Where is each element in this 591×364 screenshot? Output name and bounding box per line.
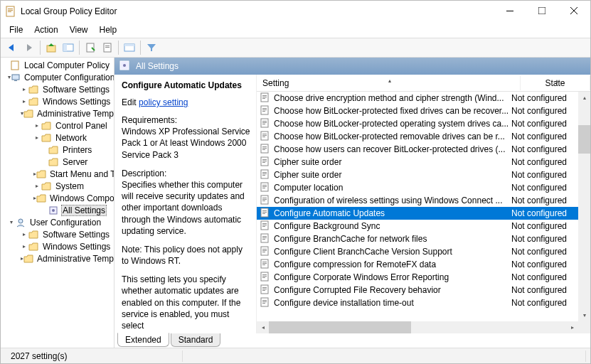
svg-rect-63 (262, 212, 267, 213)
scroll-thumb[interactable] (269, 321, 411, 333)
list-row[interactable]: Choose drive encryption method and ciphe… (257, 92, 590, 105)
tree-server[interactable]: Server (2, 156, 114, 168)
chevron-right-icon[interactable]: ▸ (33, 183, 41, 189)
list-row[interactable]: Configure Background SyncNot configured (257, 220, 590, 232)
forward-button[interactable] (21, 40, 38, 55)
tree-system[interactable]: ▸System (2, 180, 114, 192)
gpedit-icon (9, 60, 21, 71)
cell-setting: Choose how users can recover BitLocker-p… (257, 144, 509, 155)
tree-all-settings[interactable]: All Settings (2, 204, 114, 216)
scroll-right-button[interactable]: ▸ (566, 321, 578, 333)
requirements-text: Windows XP Professional Service Pack 1 o… (122, 126, 250, 161)
setting-text: Choose how BitLocker-protected operating… (274, 119, 509, 129)
svg-rect-11 (87, 43, 94, 52)
svg-rect-34 (262, 121, 267, 122)
list-row[interactable]: Choose how BitLocker-protected operating… (257, 117, 590, 130)
tree-start-menu[interactable]: ▸Start Menu and Taskbar (2, 168, 114, 180)
tree-windows-settings[interactable]: ▸Windows Settings (2, 95, 114, 107)
close-button[interactable] (558, 1, 590, 21)
chevron-right-icon[interactable]: ▸ (33, 134, 41, 141)
filter-button[interactable] (143, 40, 160, 55)
col-setting-label: Setting (262, 78, 289, 88)
list-row[interactable]: Configure Corrupted File Recovery behavi… (257, 284, 590, 296)
tree-windows-components[interactable]: ▸Windows Components (2, 192, 114, 204)
list-row[interactable]: Cipher suite orderNot configured (257, 156, 590, 168)
menu-action[interactable]: Action (28, 23, 63, 36)
tree-label: Administrative Templates (36, 109, 115, 119)
tree-label: Network (54, 133, 88, 143)
up-button[interactable] (43, 40, 60, 55)
tree-control-panel[interactable]: ▸Control Panel (2, 119, 114, 132)
col-state[interactable]: State▴ (521, 76, 590, 90)
folder-icon (28, 241, 39, 252)
tree-label: Windows Components (48, 193, 115, 203)
tree-network[interactable]: ▸Network (2, 132, 114, 144)
horizontal-scrollbar[interactable]: ◂ ▸ (257, 321, 578, 333)
chevron-right-icon[interactable]: ▸ (21, 86, 28, 92)
tab-extended[interactable]: Extended (117, 333, 169, 347)
list-row[interactable]: Configure Automatic UpdatesNot configure… (257, 207, 590, 220)
tree-software-settings[interactable]: ▸Software Settings (2, 83, 114, 95)
tree-user-windows[interactable]: ▸Windows Settings (2, 240, 114, 252)
tree-user-config[interactable]: ▾User Configuration (2, 216, 114, 228)
scroll-down-button[interactable]: ▾ (578, 309, 590, 321)
scroll-spacer (578, 104, 590, 125)
cell-state: Not configured (509, 272, 578, 282)
list-row[interactable]: Choose how BitLocker-protected removable… (257, 130, 590, 143)
back-button[interactable] (4, 40, 21, 55)
policy-setting-link[interactable]: policy setting (139, 97, 188, 107)
cell-state: Not configured (509, 285, 578, 295)
list-rows[interactable]: Choose drive encryption method and ciphe… (257, 92, 590, 333)
folder-icon (41, 181, 52, 192)
chevron-right-icon[interactable]: ▸ (21, 98, 28, 105)
svg-rect-84 (262, 277, 265, 278)
list-row[interactable]: Configure compression for RemoteFX dataN… (257, 258, 590, 271)
chevron-down-icon[interactable]: ▾ (8, 219, 15, 225)
scroll-left-button[interactable]: ◂ (257, 321, 269, 333)
tree-user-admin[interactable]: ▸Administrative Templates (2, 252, 114, 264)
edit-label: Edit (122, 97, 137, 107)
menu-file[interactable]: File (4, 23, 28, 36)
setting-text: Cipher suite order (274, 157, 341, 167)
tree-computer-config[interactable]: ▾Computer Configuration (2, 71, 114, 83)
list-row[interactable]: Configure device installation time-outNo… (257, 296, 590, 309)
sort-asc-icon: ▴ (555, 77, 558, 84)
list-row[interactable]: Configure BranchCache for network filesN… (257, 232, 590, 245)
scroll-thumb[interactable] (578, 125, 590, 154)
show-hide-tree-button[interactable] (60, 40, 77, 55)
menu-view[interactable]: View (64, 23, 94, 36)
minimize-button[interactable] (494, 1, 526, 21)
list-row[interactable]: Configure Client BranchCache Version Sup… (257, 245, 590, 258)
tree-pane[interactable]: Local Computer Policy ▾Computer Configur… (1, 58, 115, 348)
tab-standard[interactable]: Standard (171, 333, 221, 347)
chevron-right-icon[interactable]: ▸ (21, 231, 28, 237)
content-area: Local Computer Policy ▾Computer Configur… (1, 58, 590, 348)
chevron-right-icon[interactable]: ▸ (21, 243, 28, 250)
cell-state: Not configured (509, 183, 578, 193)
svg-rect-83 (262, 276, 267, 277)
tree-root[interactable]: Local Computer Policy (2, 59, 114, 71)
properties-button[interactable] (82, 40, 99, 55)
cell-setting: Cipher suite order (257, 156, 509, 168)
list-row[interactable]: Choose how users can recover BitLocker-p… (257, 143, 590, 156)
scroll-up-button[interactable]: ▴ (578, 92, 590, 104)
menu-help[interactable]: Help (94, 23, 123, 36)
maximize-button[interactable] (526, 1, 558, 21)
list-row[interactable]: Choose how BitLocker-protected fixed dri… (257, 105, 590, 117)
tree-user-software[interactable]: ▸Software Settings (2, 228, 114, 240)
help-button[interactable] (121, 40, 138, 55)
list-row[interactable]: Computer locationNot configured (257, 181, 590, 194)
list-row[interactable]: Configuration of wireless settings using… (257, 194, 590, 207)
export-list-button[interactable] (99, 40, 116, 55)
list-row[interactable]: Cipher suite orderNot configured (257, 168, 590, 181)
vertical-scrollbar[interactable]: ▴ ▾ (578, 92, 590, 321)
col-setting[interactable]: Setting▴ (257, 76, 521, 90)
cell-state: Not configured (509, 259, 578, 269)
chevron-right-icon[interactable]: ▸ (33, 122, 41, 129)
tree-admin-templates[interactable]: ▾Administrative Templates (2, 107, 114, 119)
cell-state: Not configured (509, 132, 578, 141)
description-paragraph: This setting lets you specify whether au… (122, 274, 250, 331)
cell-state: Not configured (509, 119, 578, 129)
list-row[interactable]: Configure Corporate Windows Error Report… (257, 271, 590, 284)
tree-printers[interactable]: Printers (2, 144, 114, 156)
